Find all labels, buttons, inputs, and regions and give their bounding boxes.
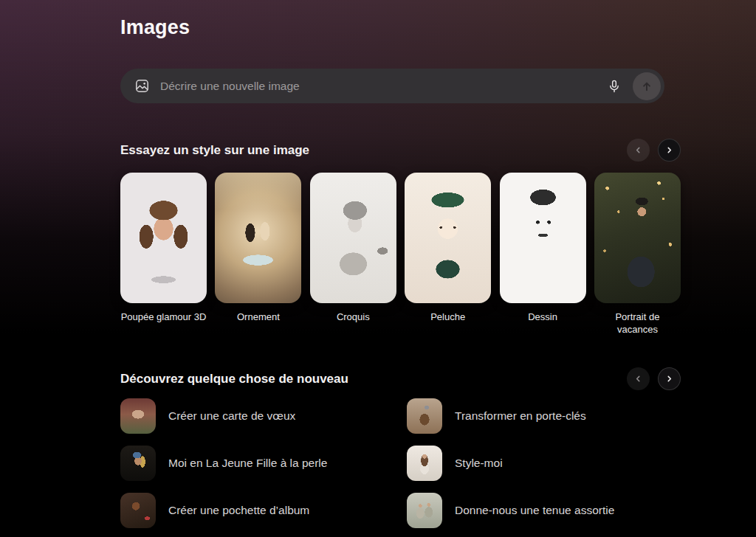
style-card-croquis[interactable]: Croquis [310, 173, 396, 336]
discover-item-jeune-fille-a-la-perle[interactable]: Moi en La Jeune Fille à la perle [120, 446, 407, 481]
style-card-portrait-de-vacances[interactable]: Portrait de vacances [594, 173, 681, 336]
send-button[interactable] [633, 72, 661, 100]
discover-item-style-moi[interactable]: Style-moi [407, 446, 681, 481]
styles-prev-button[interactable] [627, 139, 650, 162]
page-title: Images [120, 16, 190, 39]
style-card-dessin[interactable]: Dessin [500, 173, 586, 336]
images-page: Images [0, 0, 756, 537]
chevron-right-icon [664, 373, 675, 384]
discover-thumb-album-cover [120, 493, 156, 528]
discover-item-carte-de-voeux[interactable]: Créer une carte de vœux [120, 398, 407, 434]
style-card-label: Ornement [215, 311, 301, 324]
style-card-label: Portrait de vacances [594, 311, 681, 336]
style-card-label: Croquis [310, 311, 396, 324]
discover-thumb-woman-white-outfit [407, 446, 442, 481]
style-card-image-plush-doll [405, 173, 491, 303]
microphone-button[interactable] [600, 72, 628, 100]
discover-item-porte-cles[interactable]: Transformer en porte-clés [407, 398, 681, 434]
discover-item-label: Moi en La Jeune Fille à la perle [168, 457, 327, 470]
style-card-image-pencil-sketch [310, 173, 396, 303]
discover-thumb-pearl-earring [120, 446, 156, 481]
style-card-poupee-glamour-3d[interactable]: Poupée glamour 3D [120, 173, 207, 336]
style-card-ornement[interactable]: Ornement [215, 173, 301, 336]
discover-item-label: Créer une carte de vœux [168, 409, 295, 423]
discover-thumb-greeting-card [120, 398, 156, 434]
chevron-left-icon [633, 373, 644, 384]
arrow-up-icon [640, 80, 653, 93]
discover-items-grid: Créer une carte de vœux Transformer en p… [120, 398, 681, 528]
style-card-peluche[interactable]: Peluche [405, 173, 491, 336]
prompt-input[interactable] [160, 69, 600, 103]
style-card-label: Poupée glamour 3D [120, 311, 207, 324]
style-card-label: Dessin [500, 311, 586, 324]
style-card-label: Peluche [405, 311, 491, 324]
styles-next-button[interactable] [658, 139, 681, 162]
styles-section-header: Essayez un style sur une image [120, 139, 681, 162]
image-icon [134, 78, 150, 94]
discover-item-label: Donne-nous une tenue assortie [455, 504, 614, 517]
discover-item-label: Style-moi [455, 457, 503, 470]
chevron-left-icon [633, 145, 644, 156]
microphone-icon [607, 79, 622, 94]
style-card-image-cats-ornament [215, 173, 301, 303]
styles-section-heading: Essayez un style sur une image [120, 143, 309, 158]
styles-carousel-nav [627, 139, 681, 162]
discover-item-pochette-album[interactable]: Créer une pochette d’album [120, 493, 407, 528]
style-cards-row: Poupée glamour 3D Ornement Croquis Peluc… [120, 173, 681, 336]
discover-item-label: Créer une pochette d’album [168, 504, 309, 517]
discover-thumb-matching-couple [407, 493, 442, 528]
style-card-image-3d-glamour-doll [120, 173, 207, 303]
discover-section-heading: Découvrez quelque chose de nouveau [120, 372, 348, 387]
discover-thumb-dog-keychain [407, 398, 442, 434]
discover-item-tenue-assortie[interactable]: Donne-nous une tenue assortie [407, 493, 681, 528]
discover-prev-button[interactable] [627, 367, 650, 390]
prompt-bar[interactable] [120, 69, 664, 103]
chevron-right-icon [664, 145, 675, 156]
discover-next-button[interactable] [658, 367, 681, 390]
discover-item-label: Transformer en porte-clés [455, 409, 586, 423]
discover-section-header: Découvrez quelque chose de nouveau [120, 367, 681, 390]
style-card-image-holiday-portrait [594, 173, 681, 303]
discover-carousel-nav [627, 367, 681, 390]
style-card-image-ink-drawing [500, 173, 586, 303]
